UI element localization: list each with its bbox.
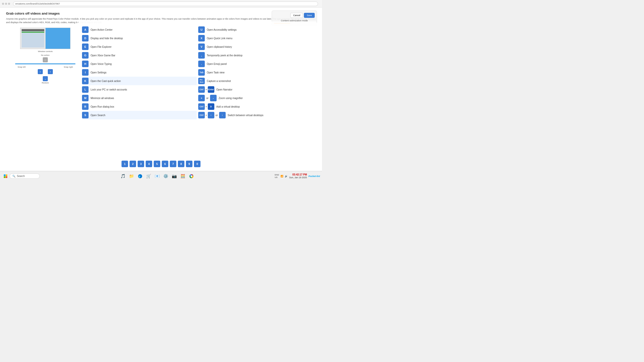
panel-buttons: Cancel Save [274,13,315,18]
shortcut-row-i: I Open Settings [82,68,197,77]
windows-start-button[interactable] [2,173,9,180]
restore-label: Restore [42,82,49,84]
key-h: H [82,61,89,67]
address-bar[interactable]: envatoms.com/brand/31/articles/edit/2079… [13,2,318,6]
wifi-icon: 📶 [280,175,283,177]
shortcut-row-x: X Open Quick Link menu [198,34,313,42]
shortcut-row-r: R Open Run dialog box [82,102,197,111]
snap-labels: Snap left Snap right [15,66,75,68]
key-group-ctrl-enter: Ctrl + Enter [198,86,214,93]
key-v: V [198,43,205,50]
search-label: Search [17,175,25,177]
number-row: 1 2 3 4 5 6 7 8 9 0 [122,161,200,167]
key-group-zoom: + or - [198,95,217,101]
restore-button[interactable]: ⌄ [43,76,48,81]
snap-left-label: Snap left [18,66,26,68]
pocketlint-badge: Pocket-lint [308,175,320,177]
desc-x: Open Quick Link menu [207,37,232,40]
volume-icon: 🔊 [285,175,288,177]
desc-prtscn: Capture a screenshot [207,80,231,82]
shortcut-row-period: . Open Emoji panel [198,60,313,68]
taskbar-app-settings[interactable]: ⚙️ [162,172,170,180]
window-controls-overlay: Window controls No action □ Snap left Sn… [15,50,75,84]
no-action-button[interactable]: □ [43,57,48,62]
key-ctrl-1: Ctrl [198,86,205,93]
snap-left-button[interactable]: ‹ [38,69,43,74]
win-cell-blue [4,174,6,176]
key-left: ‹ [208,112,214,118]
num-3: 3 [138,161,144,167]
shortcut-row-comma: , Temporarily peek at the desktop [198,51,313,60]
key-r: R [82,103,89,110]
left-col: A Open Action Center D Display and hide … [82,25,197,119]
key-period: . [198,61,205,67]
taskbar-app-chrome[interactable] [187,172,195,180]
screenshot-inner [22,29,44,48]
shortcut-row-m: M Minimize all windows [82,94,197,102]
address-text: envatoms.com/brand/31/articles/edit/2079… [15,3,60,5]
num-6: 6 [162,161,168,167]
taskbar-app-store[interactable]: 🛒 [145,172,153,180]
desc-i: Open Settings [91,71,106,74]
desc-ctrl-enter: Open Narrator [216,88,232,91]
windows-logo [4,174,7,178]
taskbar-app-photos[interactable]: 📷 [170,172,178,180]
shortcut-row-l: L Lock your PC or switch accounts [82,85,197,94]
screenshot-toolbar [22,29,44,31]
language-indicator: ENGUS [275,174,279,178]
num-9: 9 [186,161,192,167]
key-comma: , [198,52,205,59]
desc-tab: Open Task view [207,71,224,74]
taskbar-app-calc[interactable]: 🧮 [179,172,187,180]
shortcut-row-h: H Open Voice Typing [82,60,197,68]
desc-m: Minimize all windows [91,97,114,100]
desc-a: Open Action Center [91,28,112,31]
desc-switch-desktop: Switch between virtual desktops [228,114,263,117]
save-button[interactable]: Save [304,13,315,18]
desc-l: Lock your PC or switch accounts [91,88,127,91]
cancel-button[interactable]: Cancel [290,13,303,18]
desc-h: Open Voice Typing [91,63,112,65]
plus-2: + [206,105,207,108]
snap-right-label: Snap right [64,66,73,68]
window-controls-title: Window controls [15,50,75,53]
shortcut-row-g: G Open Xbox Game Bar [82,51,197,60]
taskbar-app-edge[interactable] [136,172,144,180]
right-col: U Open Accessibility settings X Open Qui… [198,25,313,119]
key-s: S [82,112,89,118]
key-group-switch-desktop: Ctrl + ‹ or › [198,112,226,118]
key-d-2: D [208,103,214,110]
num-4: 4 [146,161,152,167]
key-d: D [82,35,89,41]
desc-d: Display and hide the desktop [91,37,123,40]
num-2: 2 [130,161,136,167]
shortcut-row-s: S Open Search [82,111,197,119]
shortcut-row-a: A Open Action Center [82,25,197,34]
plus-3: + [206,114,207,117]
taskbar-left: 🔍 Search [0,173,42,180]
key-ctrl-2: Ctrl [198,103,205,110]
num-8: 8 [178,161,184,167]
taskbar-app-groove[interactable]: 🎵 [119,172,127,180]
taskbar-search[interactable]: 🔍 Search [10,173,40,179]
desc-r: Open Run dialog box [91,105,114,108]
taskbar-app-explorer[interactable]: 📁 [128,172,136,180]
desc-k: Open the Cast quick action [91,80,121,82]
screenshot-right [46,28,70,49]
desc-e: Open File Explorer [91,46,111,48]
taskbar-app-mail[interactable]: 📧 [153,172,161,180]
win-cell-red [6,176,8,178]
shortcut-row-k: K Open the Cast quick action [82,77,197,85]
system-clock[interactable]: 03:42:17 PM Sun, Jan 19 2025 [289,173,307,179]
shortcut-row-zoom: + or - Zoom using magnifier [198,94,313,102]
snap-right-button[interactable]: › [48,69,53,74]
no-action-label: No action [15,54,75,56]
shortcut-row-ctrl-enter: Ctrl + Enter Open Narrator [198,85,313,94]
num-1: 1 [122,161,128,167]
screenshot-left [20,28,46,49]
shortcut-row-prtscn: PrtScn Capture a screenshot [198,77,313,85]
desc-g: Open Xbox Game Bar [91,54,115,57]
desc-s: Open Search [91,114,105,117]
shortcuts-panel: A Open Action Center D Display and hide … [78,21,317,123]
key-tab: Tab [198,69,205,76]
